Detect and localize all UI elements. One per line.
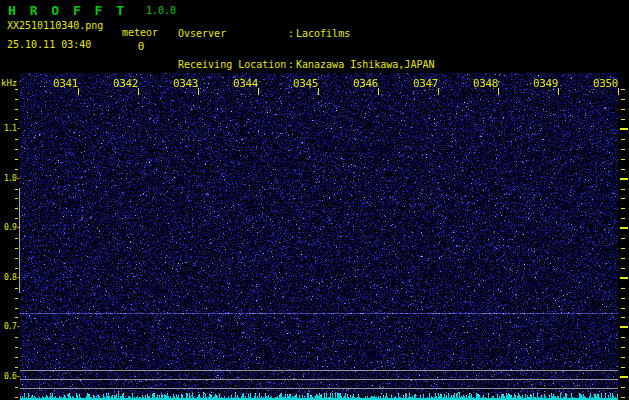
info-label: Receiving Location [178,60,288,70]
freq-tick-left [15,208,18,209]
freq-tick-right [621,367,625,368]
freq-tick-left [15,198,18,199]
freq-tick-right [621,238,625,239]
freq-tick-left [15,298,18,299]
spectrogram-canvas [20,73,618,400]
freq-tick-left [15,189,18,190]
info-value: Lacofilms [296,28,350,39]
freq-tick-right-major [620,178,628,180]
freq-tick-left [15,169,18,170]
info-value: Kanazawa Ishikawa,JAPAN [296,59,434,70]
freq-tick-right [621,298,625,299]
app-title: H R O F F T [8,3,127,18]
time-tick [318,88,319,95]
freq-tick-left [15,109,18,110]
freq-tick-right [621,119,625,120]
freq-tick-right [621,109,625,110]
freq-tick-right [621,89,625,90]
freq-tick-right [621,169,625,170]
freq-tick-right [621,218,625,219]
freq-tick-right [621,208,625,209]
freq-tick-right [621,99,625,100]
time-tick [198,88,199,95]
info-row-location: Receiving Location:Kanazawa Ishikawa,JAP… [178,60,434,70]
time-label: 0350 [590,79,618,89]
freq-tick-left [15,357,18,358]
freq-tick-right [621,268,625,269]
freq-tick-left [15,347,18,348]
meteor-count-value: 0 [118,40,164,53]
freq-tick-left [15,248,18,249]
freq-tick-right [621,288,625,289]
freq-tick-right [621,149,625,150]
time-label: 0347 [410,79,438,89]
freq-tick-right [621,337,625,338]
freq-tick-right [621,317,625,318]
freq-tick-right [621,189,625,190]
freq-tick-right-major [620,227,628,229]
time-tick [258,88,259,95]
freq-tick-right [621,357,625,358]
freq-tick-right-major [620,277,628,279]
freq-tick-left [15,397,18,398]
y-axis-label: 1.0- [0,174,20,183]
freq-tick-right-major [620,128,628,130]
y-axis-label: 0.7- [0,322,20,331]
freq-tick-right [621,308,625,309]
freq-tick-left [15,387,18,388]
time-label: 0345 [290,79,318,89]
time-tick [378,88,379,95]
y-axis-label: 0.8- [0,273,20,282]
freq-tick-left [15,139,18,140]
output-filename: XX2510110340.png [7,20,103,31]
time-tick [558,88,559,95]
freq-tick-left [15,159,18,160]
hrofft-window: H R O F F T 1.0.0 XX2510110340.png meteo… [0,0,629,400]
y-axis-label: 1.1- [0,124,20,133]
y-axis-label: 0.9- [0,223,20,232]
time-label: 0344 [230,79,258,89]
freq-tick-left [15,218,18,219]
freq-tick-right [621,397,625,398]
freq-tick-left [15,89,18,90]
freq-tick-left [15,367,18,368]
freq-tick-right-major [620,376,628,378]
time-tick [438,88,439,95]
freq-tick-left [15,317,18,318]
freq-tick-left [15,337,18,338]
freq-tick-right [621,258,625,259]
info-row-observer: Ovserver:Lacofilms [178,29,434,39]
app-version: 1.0.0 [146,5,176,16]
freq-tick-left [15,238,18,239]
time-label: 0346 [350,79,378,89]
freq-tick-left [15,119,18,120]
time-label: 0343 [170,79,198,89]
time-label: 0341 [50,79,78,89]
frequency-unit-label: kHz [1,78,17,88]
info-separator: : [288,29,296,39]
freq-tick-left [15,288,18,289]
time-tick [138,88,139,95]
freq-tick-left [15,149,18,150]
freq-tick-right [621,248,625,249]
freq-tick-right [621,347,625,348]
freq-tick-left [15,308,18,309]
freq-tick-right [621,198,625,199]
freq-tick-left [15,258,18,259]
y-axis-label: 0.6- [0,372,20,381]
time-label: 0349 [530,79,558,89]
time-label: 0342 [110,79,138,89]
time-label: 0348 [470,79,498,89]
freq-tick-right [621,139,625,140]
time-tick [78,88,79,95]
mode-label: meteor [122,27,158,38]
freq-tick-left [15,268,18,269]
freq-tick-left [15,99,18,100]
info-separator: : [288,60,296,70]
freq-tick-right-major [620,326,628,328]
time-tick [498,88,499,95]
info-label: Ovserver [178,29,288,39]
observation-datetime: 25.10.11 03:40 [7,39,91,50]
time-tick [618,88,619,95]
freq-tick-right [621,387,625,388]
